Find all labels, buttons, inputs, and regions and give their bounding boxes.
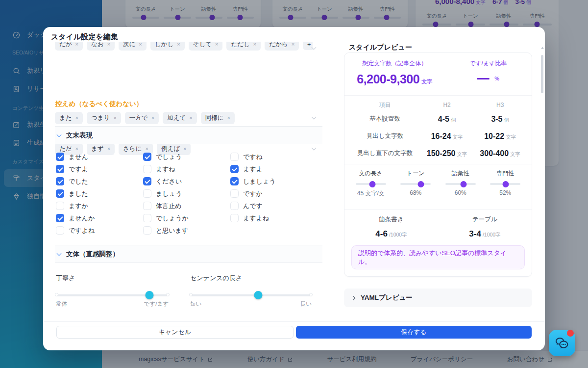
checkbox-checked[interactable] xyxy=(56,153,64,161)
conjunction-chip[interactable]: また× xyxy=(55,112,83,124)
sentence-ending-checkbox[interactable]: ですよ xyxy=(56,165,143,174)
sentence-ending-checkbox[interactable]: ましょう xyxy=(143,189,230,198)
checkbox-unchecked[interactable] xyxy=(143,226,151,235)
checkbox-unchecked[interactable] xyxy=(143,189,151,198)
checkbox-checked[interactable] xyxy=(56,214,64,222)
checkbox-checked[interactable] xyxy=(56,165,64,173)
conjunction-chip[interactable]: 同様に× xyxy=(201,112,235,124)
checkbox-unchecked[interactable] xyxy=(143,202,151,210)
slider-thumb[interactable] xyxy=(369,181,375,187)
sentence-ending-checkbox[interactable]: ました xyxy=(56,189,143,198)
checkbox-label: ましょう xyxy=(156,189,182,198)
notification-dot xyxy=(567,330,574,337)
yaml-preview-toggle[interactable]: YAMLプレビュー xyxy=(344,289,532,307)
remove-chip-icon[interactable]: × xyxy=(107,42,110,47)
style-preview-card: 想定文字数（記事全体） 6,200-9,300文字 です/ます比率 % 項目H2… xyxy=(344,53,532,277)
sentence-ending-checkbox[interactable]: んです xyxy=(230,202,313,210)
sentence-ending-checkbox[interactable]: ますよ xyxy=(230,165,313,174)
checkbox-label: ますよね xyxy=(243,214,269,223)
checkbox-unchecked[interactable] xyxy=(56,202,64,210)
checkbox-unchecked[interactable] xyxy=(143,165,151,173)
checkbox-label: ですね xyxy=(243,153,263,161)
conjunction-chip[interactable]: だが× xyxy=(55,42,83,51)
style-description: 説明的で体系的、読みやすいSEO記事の標準スタイル。 xyxy=(351,245,525,269)
remove-chip-icon[interactable]: × xyxy=(139,42,142,47)
conjunction-chip[interactable]: しかし× xyxy=(150,42,185,51)
checkbox-checked[interactable] xyxy=(143,177,151,185)
desumasu-ratio: です/ます比率 % xyxy=(444,59,532,86)
remove-chip-icon[interactable]: × xyxy=(215,42,218,47)
chat-bubbles-icon xyxy=(553,334,571,352)
conjunction-chip[interactable]: なお× xyxy=(87,42,115,51)
slider-thumb[interactable] xyxy=(145,291,153,299)
remove-chip-icon[interactable]: × xyxy=(75,115,78,121)
more-chips-badge[interactable]: + 14 ... xyxy=(303,42,313,50)
checkbox-label: 体言止め xyxy=(156,202,181,210)
sentence-ending-checkbox[interactable]: ません xyxy=(56,153,143,161)
checkbox-label: ですか xyxy=(243,189,263,198)
remove-chip-icon[interactable]: × xyxy=(227,115,230,121)
checkbox-unchecked[interactable] xyxy=(230,153,239,161)
sentence-ending-checkbox[interactable]: でした xyxy=(56,177,143,186)
remove-chip-icon[interactable]: × xyxy=(177,42,180,47)
conjunction-chip[interactable]: 加えて× xyxy=(163,112,197,124)
table-row: 見出し文字数16-24文字10-22文字 xyxy=(349,128,527,145)
checkbox-unchecked[interactable] xyxy=(56,226,64,235)
conjunction-chip[interactable]: つまり× xyxy=(87,112,121,124)
sentence-ending-checkbox[interactable]: でしょうか xyxy=(143,214,230,223)
slider-thumb[interactable] xyxy=(418,181,424,187)
chevron-down-icon[interactable] xyxy=(312,146,317,151)
remove-chip-icon[interactable]: × xyxy=(113,115,116,121)
sentence-ending-checkbox[interactable]: ですか xyxy=(230,189,313,198)
checkbox-unchecked[interactable] xyxy=(230,189,239,198)
right-column-scrollbar[interactable] xyxy=(541,55,543,93)
conjunction-chip[interactable]: そして× xyxy=(189,42,223,51)
sentence-ending-checkbox[interactable]: ますか xyxy=(56,202,143,210)
sentence-ending-checkbox[interactable]: ませんか xyxy=(56,214,143,223)
section-style-adjust[interactable]: 文体（直感調整） xyxy=(55,245,322,263)
conjunction-chip[interactable]: だから× xyxy=(265,42,299,51)
checkbox-checked[interactable] xyxy=(143,153,151,161)
sentence-ending-checkbox[interactable]: と思います xyxy=(143,226,230,235)
sentence-ending-checkbox[interactable]: でしょう xyxy=(143,153,230,161)
save-button[interactable]: 保存する xyxy=(296,326,532,339)
preview-heading-table: 項目H2H3基本設置数4-5個3-5個見出し文字数16-24文字10-22文字見… xyxy=(349,100,527,162)
checkbox-checked[interactable] xyxy=(230,165,239,173)
checkbox-label: んです xyxy=(243,202,263,210)
chevron-down-icon xyxy=(57,251,62,256)
style-slider: センテンスの長さ短い長い xyxy=(190,274,312,308)
checkbox-unchecked[interactable] xyxy=(230,214,239,222)
checkbox-unchecked[interactable] xyxy=(230,202,239,210)
cancel-button[interactable]: キャンセル xyxy=(56,326,294,339)
slider-thumb[interactable] xyxy=(503,181,509,187)
empty-value-dash xyxy=(477,78,490,79)
sentence-ending-checkbox[interactable]: ますね xyxy=(143,165,230,174)
sentence-ending-checkbox[interactable]: ですよね xyxy=(56,226,143,235)
remove-chip-icon[interactable]: × xyxy=(75,42,78,47)
table-row: 見出し直下の文字数150-250文字300-400文字 xyxy=(349,145,527,162)
checkbox-unchecked[interactable] xyxy=(143,214,151,222)
remove-chip-icon[interactable]: × xyxy=(189,115,192,121)
checkbox-label: ますか xyxy=(69,202,88,210)
checkbox-checked[interactable] xyxy=(230,177,239,185)
sentence-ending-checkbox[interactable]: ください xyxy=(143,177,230,186)
sentence-ending-checkbox[interactable]: しましょう xyxy=(230,177,313,186)
scrollbar-up-arrow[interactable] xyxy=(541,47,544,49)
sentence-ending-checkbox[interactable]: ですね xyxy=(230,153,313,161)
checkbox-checked[interactable] xyxy=(56,189,64,198)
chevron-down-icon[interactable] xyxy=(312,115,317,120)
section-sentence-endings[interactable]: 文末表現 xyxy=(55,126,322,144)
slider-thumb[interactable] xyxy=(460,181,466,187)
remove-chip-icon[interactable]: × xyxy=(292,42,294,47)
sentence-ending-checkbox[interactable]: 体言止め xyxy=(143,202,230,210)
conjunction-chip[interactable]: 次に× xyxy=(119,42,147,51)
sentence-ending-checkbox[interactable]: ますよね xyxy=(230,214,313,223)
remove-chip-icon[interactable]: × xyxy=(151,115,154,121)
slider-thumb[interactable] xyxy=(254,291,262,299)
remove-chip-icon[interactable]: × xyxy=(253,42,256,47)
conjunction-chip[interactable]: 一方で× xyxy=(125,112,159,124)
checkbox-checked[interactable] xyxy=(56,177,64,185)
preview-sliders: 文の長さ45 文字/文トーン68%語彙性60%専門性52% xyxy=(348,169,528,198)
conjunction-chip[interactable]: ただし× xyxy=(226,42,261,51)
checkbox-label: しましょう xyxy=(243,177,276,186)
